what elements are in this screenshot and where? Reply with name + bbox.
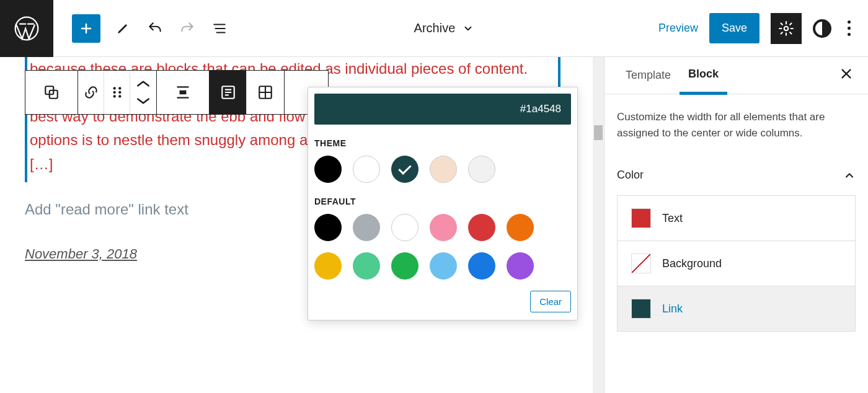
color-row-background[interactable]: Background (618, 241, 855, 286)
redo-icon (179, 20, 195, 37)
more-options-button[interactable] (843, 15, 856, 41)
settings-sidebar: Template Block Customize the width for a… (604, 57, 868, 393)
align-button[interactable] (157, 71, 209, 114)
block-description: Customize the width for all elements tha… (617, 109, 856, 141)
color-row-link[interactable]: Link (618, 286, 855, 331)
layout-grid-button[interactable] (247, 71, 284, 114)
top-right-actions: Preview Save (658, 13, 856, 44)
color-row-link-label: Link (662, 302, 683, 316)
default-swatch[interactable] (353, 252, 380, 280)
svg-point-4 (113, 87, 115, 89)
color-row-text[interactable]: Text (618, 196, 855, 241)
styles-button[interactable] (813, 19, 831, 38)
background-color-chip (631, 254, 651, 273)
wordpress-logo[interactable] (0, 0, 53, 57)
drag-handle[interactable] (104, 71, 130, 114)
document-title[interactable]: Archive (229, 21, 658, 35)
undo-button[interactable] (145, 19, 165, 38)
top-bar: Archive Preview Save (0, 0, 868, 57)
theme-colors-label: THEME (314, 138, 571, 148)
tab-template[interactable]: Template (617, 58, 680, 93)
close-sidebar-button[interactable] (837, 64, 856, 87)
list-view-button[interactable] (210, 19, 229, 38)
default-swatch[interactable] (314, 252, 342, 280)
color-row-text-label: Text (662, 212, 683, 225)
svg-point-5 (118, 87, 121, 89)
color-panel-title: Color (617, 169, 644, 182)
svg-point-6 (113, 91, 115, 94)
undo-icon (147, 20, 163, 37)
chevron-up-icon (843, 169, 856, 182)
color-panel-header[interactable]: Color (617, 169, 856, 182)
theme-swatch[interactable] (314, 156, 342, 183)
clear-color-button[interactable]: Clear (530, 291, 571, 312)
color-row-background-label: Background (662, 257, 722, 270)
layout-stack-button[interactable] (210, 71, 247, 114)
chevron-up-icon (135, 76, 151, 92)
add-block-button[interactable] (72, 14, 100, 43)
theme-swatches (314, 156, 562, 183)
color-picker-popup: #1a4548 THEME DEFAULT Clear (308, 87, 578, 320)
move-buttons[interactable] (130, 71, 156, 114)
default-swatch[interactable] (430, 252, 457, 280)
save-button[interactable]: Save (709, 13, 760, 43)
drag-icon (109, 84, 125, 100)
text-color-chip (631, 208, 651, 228)
color-hex-value: #1a4548 (520, 103, 561, 115)
preview-button[interactable]: Preview (658, 22, 698, 35)
group-icon (43, 84, 60, 100)
stack-icon (220, 84, 236, 100)
default-swatch[interactable] (507, 252, 534, 280)
document-title-text: Archive (414, 21, 456, 35)
theme-swatch[interactable] (353, 156, 380, 183)
svg-rect-10 (180, 91, 187, 95)
link-color-chip (631, 299, 651, 319)
default-swatch[interactable] (468, 214, 495, 241)
tab-block[interactable]: Block (680, 56, 727, 95)
sidebar-tabs: Template Block (604, 57, 868, 94)
align-icon (175, 84, 191, 100)
svg-point-1 (784, 26, 789, 30)
pencil-icon (115, 21, 130, 36)
color-preview[interactable]: #1a4548 (314, 94, 571, 125)
grid-icon (257, 84, 273, 100)
default-swatch[interactable] (391, 214, 418, 241)
svg-point-7 (118, 91, 121, 94)
default-colors-label: DEFAULT (314, 196, 571, 206)
editor-scrollbar[interactable] (593, 57, 604, 393)
svg-point-9 (118, 95, 121, 97)
default-swatches (314, 214, 562, 280)
svg-point-0 (16, 17, 38, 40)
default-swatch[interactable] (391, 252, 418, 280)
link-icon (83, 84, 99, 100)
theme-swatch[interactable] (430, 156, 457, 183)
settings-button[interactable] (771, 13, 802, 44)
list-icon (211, 20, 228, 37)
default-swatch[interactable] (353, 214, 380, 241)
block-type-button[interactable] (25, 71, 78, 114)
default-swatch[interactable] (468, 252, 495, 280)
wordpress-icon (13, 15, 40, 42)
svg-point-8 (113, 95, 115, 97)
block-toolbar (25, 70, 329, 115)
gear-icon (778, 20, 794, 37)
chevron-down-icon (463, 23, 474, 34)
color-panel-section: Color Text Background Link (617, 169, 856, 332)
chevron-down-icon (135, 93, 151, 109)
close-icon (839, 67, 853, 81)
link-button[interactable] (78, 71, 104, 114)
plus-icon (79, 21, 94, 36)
edit-mode-button[interactable] (113, 19, 133, 38)
theme-swatch[interactable] (391, 156, 418, 183)
redo-button[interactable] (177, 19, 197, 38)
top-left-actions (72, 14, 229, 43)
default-swatch[interactable] (314, 214, 342, 241)
theme-swatch[interactable] (468, 156, 495, 183)
default-swatch[interactable] (507, 214, 534, 241)
default-swatch[interactable] (430, 214, 457, 241)
